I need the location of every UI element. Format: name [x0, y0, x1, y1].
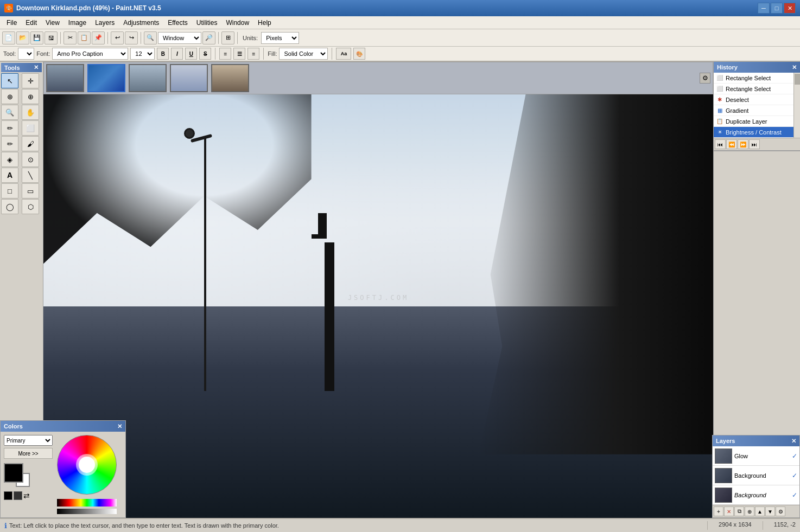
font-select[interactable]: Arno Pro Caption	[52, 48, 128, 60]
thumbnail-3[interactable]	[129, 64, 167, 92]
tool-zoom-btn[interactable]: 🔍	[1, 105, 18, 120]
align-right-button[interactable]: ≡	[247, 48, 259, 60]
fill-select[interactable]: Solid Color	[279, 48, 328, 60]
layers-close-icon[interactable]: ✕	[791, 438, 796, 445]
copy-button[interactable]: 📋	[78, 31, 91, 44]
more-colors-button[interactable]: More >>	[4, 448, 53, 459]
close-button[interactable]: ✕	[784, 3, 796, 14]
tool-paint-btn[interactable]: ✏	[1, 120, 18, 136]
small-gray-swatch[interactable]	[14, 491, 22, 500]
layer-check-background[interactable]: ✓	[792, 472, 797, 479]
tools-close-icon[interactable]: ✕	[34, 64, 39, 71]
tool-gradient-btn[interactable]: ◈	[1, 152, 18, 167]
delete-layer-btn[interactable]: ✕	[724, 507, 734, 516]
tool-freeform-btn[interactable]: ⬡	[22, 199, 39, 214]
history-item[interactable]: ⬜ Rectangle Select	[714, 73, 800, 84]
layer-item-background[interactable]: Background ✓	[713, 466, 799, 485]
history-prev-btn[interactable]: ⏪	[726, 139, 737, 149]
font-size-select[interactable]: 12	[130, 48, 155, 60]
tool-fill-btn[interactable]: 🖌	[22, 136, 39, 151]
layer-item-background-italic[interactable]: Background ✓	[713, 485, 799, 505]
open-button[interactable]: 📂	[16, 31, 29, 44]
history-item[interactable]: ▦ Gradient	[714, 105, 800, 116]
new-button[interactable]: 📄	[2, 31, 15, 44]
units-select[interactable]: Pixels	[261, 32, 299, 44]
history-close-icon[interactable]: ✕	[792, 64, 797, 71]
colors-close-icon[interactable]: ✕	[117, 423, 122, 430]
menu-view[interactable]: View	[41, 18, 64, 28]
paste-button[interactable]: 📌	[92, 31, 105, 44]
color-picker-btn[interactable]: 🎨	[353, 48, 365, 60]
antialiasing-button[interactable]: Aa	[336, 48, 351, 60]
merge-layer-btn[interactable]: ⊕	[745, 507, 754, 516]
thumbnail-4[interactable]	[170, 64, 208, 92]
grid-button[interactable]: ⊞	[221, 31, 234, 44]
small-black-swatch[interactable]	[4, 491, 12, 500]
tool-ellipse-btn[interactable]: ⊕	[22, 89, 39, 104]
undo-button[interactable]: ↩	[111, 31, 124, 44]
minimize-button[interactable]: ─	[758, 3, 770, 14]
history-item[interactable]: ⬜ Rectangle Select	[714, 84, 800, 94]
thumbnail-2[interactable]	[87, 64, 125, 92]
tool-ellipse2-btn[interactable]: ◯	[1, 199, 18, 214]
save-button[interactable]: 💾	[30, 31, 43, 44]
underline-button[interactable]: U	[185, 48, 197, 60]
tool-eraser-btn[interactable]: ⬜	[22, 120, 39, 136]
tool-lasso-btn[interactable]: ⊕	[1, 89, 18, 104]
menu-image[interactable]: Image	[64, 18, 91, 28]
canvas-area[interactable]: ⚙ JSOFTJ.COM	[43, 62, 713, 518]
zoom-out-button[interactable]: 🔍	[144, 31, 157, 44]
strikethrough-button[interactable]: S	[199, 48, 211, 60]
primary-color-swatch[interactable]	[4, 463, 23, 483]
menu-help[interactable]: Help	[253, 18, 276, 28]
add-layer-btn[interactable]: +	[714, 507, 723, 516]
menu-file[interactable]: File	[2, 18, 21, 28]
menu-window[interactable]: Window	[221, 18, 253, 28]
history-first-btn[interactable]: ⏮	[715, 139, 726, 149]
menu-adjustments[interactable]: Adjustments	[119, 18, 163, 28]
tool-select-btn[interactable]: ↖	[1, 73, 18, 88]
tool-roundrect-btn[interactable]: ▭	[22, 183, 39, 198]
layer-check-background-italic[interactable]: ✓	[792, 491, 797, 499]
menu-utilities[interactable]: Utilities	[192, 18, 222, 28]
menu-layers[interactable]: Layers	[91, 18, 119, 28]
color-spectrum-strip[interactable]	[57, 499, 117, 507]
tool-recolor-btn[interactable]: ⊙	[22, 152, 39, 167]
zoom-select[interactable]: Window 50% 100%	[158, 32, 201, 44]
save-all-button[interactable]: 🖫	[45, 31, 58, 44]
color-mode-select[interactable]: Primary Secondary	[4, 435, 53, 446]
menu-edit[interactable]: Edit	[21, 18, 41, 28]
tool-pencil-btn[interactable]: ✏	[1, 136, 18, 151]
layer-check-glow[interactable]: ✓	[792, 452, 797, 460]
menu-effects[interactable]: Effects	[163, 18, 192, 28]
align-left-button[interactable]: ≡	[219, 48, 231, 60]
tool-line-btn[interactable]: ╲	[22, 168, 39, 183]
color-wheel[interactable]	[57, 435, 117, 495]
maximize-button[interactable]: □	[771, 3, 783, 14]
history-scrollbar[interactable]	[793, 73, 800, 138]
thumbnail-5[interactable]	[211, 64, 249, 92]
layer-item-glow[interactable]: Glow ✓	[713, 446, 799, 466]
history-next-btn[interactable]: ⏩	[738, 139, 748, 149]
history-item[interactable]: 📋 Duplicate Layer	[714, 116, 800, 127]
tool-rect-btn[interactable]: □	[1, 183, 18, 198]
grayscale-strip[interactable]	[57, 509, 117, 514]
history-last-btn[interactable]: ⏭	[749, 139, 760, 149]
move-layer-up-btn[interactable]: ▲	[755, 507, 765, 516]
tool-select[interactable]: A	[18, 48, 34, 60]
tool-pan-btn[interactable]: ✋	[22, 105, 39, 120]
layer-properties-btn[interactable]: ⚙	[776, 507, 785, 516]
tool-text-btn[interactable]: A	[1, 168, 18, 183]
duplicate-layer-btn[interactable]: ⧉	[734, 507, 744, 516]
tool-move-btn[interactable]: ✛	[22, 73, 39, 88]
italic-button[interactable]: I	[171, 48, 183, 60]
zoom-in-button[interactable]: 🔎	[202, 31, 215, 44]
cut-button[interactable]: ✂	[64, 31, 77, 44]
bold-button[interactable]: B	[157, 48, 169, 60]
swap-colors-btn[interactable]: ⇄	[23, 491, 35, 500]
history-item[interactable]: ✱ Deselect	[714, 94, 800, 105]
align-center-button[interactable]: ☰	[233, 48, 245, 60]
history-item-active[interactable]: ☀ Brightness / Contrast	[714, 127, 800, 138]
thumbnail-settings[interactable]: ⚙	[700, 73, 710, 84]
redo-button[interactable]: ↪	[125, 31, 138, 44]
